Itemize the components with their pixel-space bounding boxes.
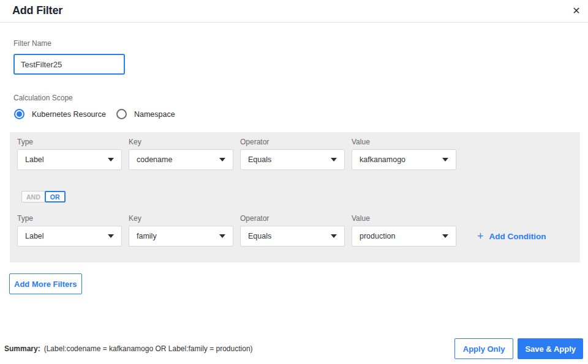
- caret-down-icon: [108, 158, 114, 162]
- operator-label: Operator: [240, 214, 345, 222]
- radio-unselected-icon: [116, 109, 127, 119]
- dialog-header: Add Filter ✕: [0, 0, 588, 23]
- type-label: Type: [17, 138, 122, 146]
- condition-row-1: Type Label Key codename Operator Equals: [17, 138, 463, 170]
- and-toggle-button[interactable]: AND: [21, 191, 45, 202]
- summary-label: Summary:: [4, 344, 40, 353]
- summary-text: (Label:codename = kafkanamogo OR Label:f…: [44, 344, 253, 353]
- condition-1-operator-select[interactable]: Equals: [240, 149, 345, 170]
- caret-down-icon: [331, 234, 337, 238]
- or-toggle-button[interactable]: OR: [45, 191, 66, 202]
- calculation-scope-options: Kubernetes Resource Namespace: [14, 109, 186, 119]
- condition-2-type-field: Type Label: [17, 214, 122, 247]
- radio-label: Namespace: [134, 110, 175, 119]
- condition-2-key-field: Key family: [129, 214, 233, 247]
- condition-2-value-select[interactable]: production: [352, 226, 456, 247]
- plus-icon: +: [477, 231, 484, 242]
- condition-2-key-select[interactable]: family: [129, 226, 233, 247]
- value-label: Value: [352, 138, 456, 146]
- condition-1-operator-field: Operator Equals: [240, 138, 345, 170]
- caret-down-icon: [331, 158, 337, 162]
- key-label: Key: [129, 214, 233, 222]
- radio-label: Kubernetes Resource: [32, 110, 106, 119]
- caret-down-icon: [442, 158, 448, 162]
- close-icon[interactable]: ✕: [566, 1, 587, 21]
- condition-1-type-field: Type Label: [17, 138, 122, 170]
- value-label: Value: [352, 214, 456, 222]
- condition-1-key-field: Key codename: [129, 138, 233, 170]
- radio-namespace[interactable]: Namespace: [116, 109, 175, 119]
- caret-down-icon: [442, 234, 448, 238]
- radio-selected-icon: [14, 109, 24, 119]
- filter-summary: Summary:(Label:codename = kafkanamogo OR…: [4, 344, 253, 353]
- condition-row-2: Type Label Key family Operator Equals: [17, 214, 546, 247]
- add-condition-link[interactable]: + Add Condition: [477, 226, 546, 247]
- save-and-apply-button[interactable]: Save & Apply: [518, 338, 583, 359]
- filter-name-input[interactable]: [13, 54, 125, 75]
- caret-down-icon: [108, 234, 114, 238]
- add-filter-dialog: Add Filter ✕ Filter Name Calculation Sco…: [0, 0, 588, 364]
- filter-name-label: Filter Name: [13, 39, 51, 48]
- condition-1-value-select[interactable]: kafkanamogo: [352, 149, 456, 170]
- condition-1-key-select[interactable]: codename: [129, 149, 233, 170]
- and-or-toggle: AND OR: [21, 191, 66, 202]
- condition-2-operator-field: Operator Equals: [240, 214, 345, 247]
- condition-1-type-select[interactable]: Label: [17, 149, 122, 170]
- add-more-filters-button[interactable]: Add More Filters: [9, 273, 82, 294]
- condition-2-type-select[interactable]: Label: [17, 226, 122, 247]
- radio-kubernetes-resource[interactable]: Kubernetes Resource: [14, 109, 106, 119]
- page-title: Add Filter: [12, 4, 62, 17]
- calculation-scope-label: Calculation Scope: [13, 94, 73, 102]
- operator-label: Operator: [240, 138, 345, 146]
- conditions-panel: Type Label Key codename Operator Equals: [10, 132, 580, 262]
- dialog-footer: Summary:(Label:codename = kafkanamogo OR…: [4, 338, 583, 359]
- caret-down-icon: [219, 234, 225, 238]
- apply-only-button[interactable]: Apply Only: [454, 338, 514, 359]
- condition-2-operator-select[interactable]: Equals: [240, 226, 345, 247]
- condition-1-value-field: Value kafkanamogo: [352, 138, 456, 170]
- type-label: Type: [17, 214, 122, 222]
- key-label: Key: [129, 138, 233, 146]
- condition-2-value-field: Value production: [352, 214, 456, 247]
- caret-down-icon: [219, 158, 225, 162]
